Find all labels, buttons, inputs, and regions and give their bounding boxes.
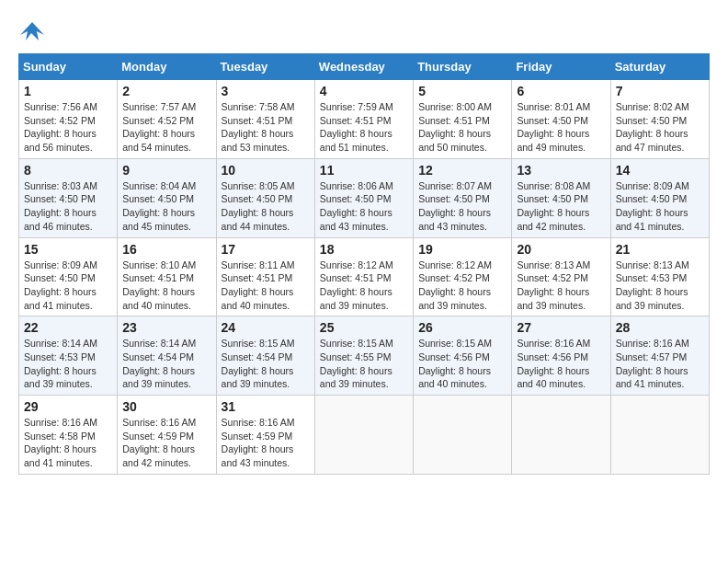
sunset-text: Sunset: 4:59 PM	[122, 431, 194, 442]
day-detail: Sunrise: 8:02 AM Sunset: 4:50 PM Dayligh…	[616, 100, 704, 155]
daylight-text: Daylight: 8 hours and 46 minutes.	[24, 207, 97, 232]
daylight-text: Daylight: 8 hours and 44 minutes.	[222, 207, 294, 232]
day-number: 24	[222, 320, 310, 335]
sunset-text: Sunset: 4:50 PM	[616, 193, 688, 204]
sunset-text: Sunset: 4:52 PM	[418, 272, 490, 283]
calendar-week-5: 29 Sunrise: 8:16 AM Sunset: 4:58 PM Dayl…	[19, 396, 710, 475]
sunset-text: Sunset: 4:50 PM	[418, 193, 490, 204]
daylight-text: Daylight: 8 hours and 41 minutes.	[616, 207, 688, 232]
calendar-header-row: SundayMondayTuesdayWednesdayThursdayFrid…	[19, 54, 710, 80]
calendar-cell: 17 Sunrise: 8:11 AM Sunset: 4:51 PM Dayl…	[216, 237, 314, 316]
sunrise-text: Sunrise: 8:12 AM	[418, 259, 492, 270]
daylight-text: Daylight: 8 hours and 45 minutes.	[122, 207, 195, 232]
sunset-text: Sunset: 4:51 PM	[320, 272, 392, 283]
column-header-sunday: Sunday	[19, 54, 118, 80]
day-detail: Sunrise: 7:58 AM Sunset: 4:51 PM Dayligh…	[222, 100, 310, 155]
day-number: 15	[24, 242, 112, 257]
calendar-cell: 10 Sunrise: 8:05 AM Sunset: 4:50 PM Dayl…	[216, 158, 314, 237]
sunrise-text: Sunrise: 8:07 AM	[418, 180, 492, 191]
day-detail: Sunrise: 8:08 AM Sunset: 4:50 PM Dayligh…	[517, 179, 605, 234]
day-detail: Sunrise: 7:56 AM Sunset: 4:52 PM Dayligh…	[24, 100, 112, 155]
day-number: 6	[517, 84, 605, 98]
sunrise-text: Sunrise: 8:15 AM	[320, 338, 393, 349]
sunset-text: Sunset: 4:50 PM	[122, 193, 194, 204]
day-number: 30	[122, 399, 210, 414]
logo-icon	[18, 18, 46, 44]
day-detail: Sunrise: 8:03 AM Sunset: 4:50 PM Dayligh…	[24, 179, 112, 234]
daylight-text: Daylight: 8 hours and 39 minutes.	[222, 365, 294, 390]
sunset-text: Sunset: 4:51 PM	[222, 272, 293, 283]
column-header-tuesday: Tuesday	[216, 54, 314, 80]
sunset-text: Sunset: 4:59 PM	[222, 431, 293, 442]
daylight-text: Daylight: 8 hours and 41 minutes.	[24, 286, 97, 311]
sunset-text: Sunset: 4:57 PM	[616, 351, 688, 362]
sunrise-text: Sunrise: 7:56 AM	[24, 101, 97, 112]
sunset-text: Sunset: 4:54 PM	[122, 351, 194, 362]
sunset-text: Sunset: 4:50 PM	[517, 115, 588, 126]
sunset-text: Sunset: 4:50 PM	[320, 193, 392, 204]
sunrise-text: Sunrise: 8:04 AM	[122, 180, 196, 191]
sunset-text: Sunset: 4:51 PM	[320, 115, 392, 126]
sunrise-text: Sunrise: 8:09 AM	[24, 259, 97, 270]
calendar-cell: 31 Sunrise: 8:16 AM Sunset: 4:59 PM Dayl…	[216, 396, 314, 475]
calendar-cell: 6 Sunrise: 8:01 AM Sunset: 4:50 PM Dayli…	[512, 80, 610, 159]
calendar-cell: 27 Sunrise: 8:16 AM Sunset: 4:56 PM Dayl…	[512, 316, 610, 396]
day-detail: Sunrise: 8:09 AM Sunset: 4:50 PM Dayligh…	[616, 179, 704, 234]
daylight-text: Daylight: 8 hours and 42 minutes.	[122, 443, 195, 468]
sunset-text: Sunset: 4:55 PM	[320, 351, 392, 362]
day-detail: Sunrise: 8:07 AM Sunset: 4:50 PM Dayligh…	[418, 179, 506, 234]
daylight-text: Daylight: 8 hours and 40 minutes.	[517, 365, 589, 390]
day-number: 12	[418, 163, 506, 178]
sunrise-text: Sunrise: 8:16 AM	[122, 417, 196, 428]
sunrise-text: Sunrise: 8:11 AM	[222, 259, 295, 270]
calendar-cell: 20 Sunrise: 8:13 AM Sunset: 4:52 PM Dayl…	[512, 237, 610, 316]
sunset-text: Sunset: 4:50 PM	[24, 193, 96, 204]
daylight-text: Daylight: 8 hours and 41 minutes.	[24, 443, 97, 468]
sunrise-text: Sunrise: 8:15 AM	[222, 338, 295, 349]
day-detail: Sunrise: 8:16 AM Sunset: 4:57 PM Dayligh…	[616, 337, 704, 391]
sunrise-text: Sunrise: 8:06 AM	[320, 180, 393, 191]
calendar-cell: 11 Sunrise: 8:06 AM Sunset: 4:50 PM Dayl…	[314, 158, 413, 237]
sunrise-text: Sunrise: 8:12 AM	[320, 259, 393, 270]
sunset-text: Sunset: 4:56 PM	[418, 351, 490, 362]
day-number: 7	[616, 84, 704, 98]
day-number: 25	[320, 320, 408, 335]
sunrise-text: Sunrise: 8:13 AM	[616, 259, 689, 270]
column-header-friday: Friday	[512, 54, 610, 80]
day-number: 23	[122, 320, 210, 335]
day-detail: Sunrise: 8:04 AM Sunset: 4:50 PM Dayligh…	[122, 179, 210, 234]
day-detail: Sunrise: 8:14 AM Sunset: 4:53 PM Dayligh…	[24, 337, 112, 391]
sunset-text: Sunset: 4:58 PM	[24, 431, 96, 442]
column-header-saturday: Saturday	[610, 54, 709, 80]
daylight-text: Daylight: 8 hours and 39 minutes.	[320, 365, 392, 390]
day-number: 1	[24, 84, 112, 98]
sunrise-text: Sunrise: 8:08 AM	[517, 180, 590, 191]
calendar-cell: 15 Sunrise: 8:09 AM Sunset: 4:50 PM Dayl…	[19, 237, 118, 316]
day-number: 28	[616, 320, 704, 335]
daylight-text: Daylight: 8 hours and 54 minutes.	[122, 128, 195, 153]
sunset-text: Sunset: 4:52 PM	[24, 115, 96, 126]
svg-marker-0	[20, 22, 44, 40]
calendar-cell: 25 Sunrise: 8:15 AM Sunset: 4:55 PM Dayl…	[314, 316, 413, 396]
calendar-cell: 13 Sunrise: 8:08 AM Sunset: 4:50 PM Dayl…	[512, 158, 610, 237]
daylight-text: Daylight: 8 hours and 39 minutes.	[616, 286, 688, 311]
sunrise-text: Sunrise: 8:16 AM	[616, 338, 689, 349]
day-number: 27	[517, 320, 605, 335]
day-number: 31	[222, 399, 310, 414]
daylight-text: Daylight: 8 hours and 41 minutes.	[616, 365, 688, 390]
sunset-text: Sunset: 4:50 PM	[24, 272, 96, 283]
day-number: 26	[418, 320, 506, 335]
calendar-cell: 19 Sunrise: 8:12 AM Sunset: 4:52 PM Dayl…	[414, 237, 512, 316]
day-number: 11	[320, 163, 408, 178]
daylight-text: Daylight: 8 hours and 39 minutes.	[517, 286, 589, 311]
calendar-cell: 29 Sunrise: 8:16 AM Sunset: 4:58 PM Dayl…	[19, 396, 118, 475]
day-detail: Sunrise: 8:05 AM Sunset: 4:50 PM Dayligh…	[222, 179, 310, 234]
daylight-text: Daylight: 8 hours and 43 minutes.	[222, 443, 294, 468]
calendar-cell	[314, 396, 413, 475]
day-number: 14	[616, 163, 704, 178]
sunrise-text: Sunrise: 8:14 AM	[24, 338, 97, 349]
calendar-week-3: 15 Sunrise: 8:09 AM Sunset: 4:50 PM Dayl…	[19, 237, 710, 316]
calendar-cell: 18 Sunrise: 8:12 AM Sunset: 4:51 PM Dayl…	[314, 237, 413, 316]
sunset-text: Sunset: 4:56 PM	[517, 351, 588, 362]
calendar-cell: 24 Sunrise: 8:15 AM Sunset: 4:54 PM Dayl…	[216, 316, 314, 396]
